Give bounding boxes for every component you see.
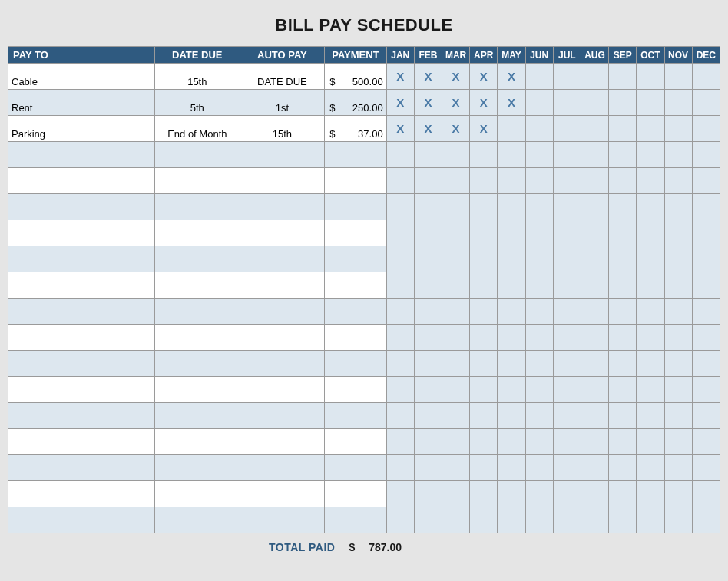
cell-month[interactable] — [609, 272, 637, 299]
cell-month[interactable] — [637, 194, 664, 220]
cell-datedue[interactable] — [155, 429, 240, 455]
cell-month[interactable] — [553, 64, 581, 90]
cell-month[interactable] — [498, 168, 525, 194]
cell-payto[interactable] — [8, 299, 155, 325]
cell-payto[interactable] — [8, 455, 155, 481]
cell-month[interactable] — [692, 403, 720, 429]
cell-month[interactable] — [581, 246, 608, 272]
cell-month[interactable] — [664, 64, 692, 90]
cell-month[interactable] — [470, 325, 498, 351]
cell-datedue[interactable]: 5th — [155, 90, 240, 116]
cell-month[interactable] — [581, 220, 608, 246]
cell-month[interactable] — [609, 507, 637, 533]
cell-month[interactable] — [637, 429, 664, 455]
cell-month[interactable] — [442, 272, 470, 299]
cell-month[interactable] — [692, 194, 720, 220]
cell-month[interactable] — [692, 429, 720, 455]
cell-month[interactable] — [581, 403, 608, 429]
cell-month[interactable] — [609, 220, 637, 246]
cell-month[interactable] — [664, 325, 692, 351]
cell-month[interactable] — [525, 507, 553, 533]
cell-datedue[interactable] — [155, 299, 240, 325]
cell-autopay[interactable] — [240, 507, 325, 533]
cell-payto[interactable] — [8, 481, 155, 507]
cell-month[interactable] — [386, 403, 414, 429]
cell-month[interactable] — [581, 194, 608, 220]
cell-autopay[interactable] — [240, 168, 325, 194]
cell-month[interactable] — [581, 325, 608, 351]
cell-month[interactable] — [692, 116, 720, 142]
cell-datedue[interactable] — [155, 168, 240, 194]
cell-month[interactable] — [525, 142, 553, 168]
cell-month[interactable] — [637, 351, 664, 377]
cell-month[interactable] — [664, 351, 692, 377]
cell-payto[interactable] — [8, 142, 155, 168]
cell-month[interactable] — [470, 403, 498, 429]
cell-month[interactable] — [414, 377, 442, 403]
cell-month[interactable] — [553, 325, 581, 351]
cell-month[interactable] — [525, 299, 553, 325]
cell-payment[interactable] — [325, 246, 386, 272]
cell-month[interactable]: X — [470, 116, 498, 142]
cell-month[interactable] — [498, 220, 525, 246]
cell-payto[interactable] — [8, 168, 155, 194]
cell-datedue[interactable] — [155, 455, 240, 481]
cell-datedue[interactable]: End of Month — [155, 116, 240, 142]
cell-month[interactable] — [525, 246, 553, 272]
cell-payto[interactable] — [8, 403, 155, 429]
cell-month[interactable] — [414, 403, 442, 429]
cell-month[interactable] — [609, 325, 637, 351]
cell-month[interactable] — [525, 455, 553, 481]
cell-month[interactable] — [637, 116, 664, 142]
cell-month[interactable] — [386, 507, 414, 533]
cell-month[interactable] — [525, 194, 553, 220]
cell-month[interactable] — [609, 455, 637, 481]
cell-month[interactable] — [609, 403, 637, 429]
cell-datedue[interactable] — [155, 272, 240, 299]
cell-month[interactable] — [414, 351, 442, 377]
cell-month[interactable] — [637, 299, 664, 325]
cell-month[interactable] — [664, 507, 692, 533]
cell-month[interactable] — [581, 299, 608, 325]
cell-datedue[interactable] — [155, 481, 240, 507]
cell-payto[interactable] — [8, 351, 155, 377]
cell-month[interactable] — [609, 142, 637, 168]
cell-month[interactable] — [470, 220, 498, 246]
cell-month[interactable]: X — [498, 64, 525, 90]
cell-month[interactable] — [414, 507, 442, 533]
cell-month[interactable] — [498, 194, 525, 220]
cell-month[interactable] — [414, 194, 442, 220]
cell-month[interactable] — [581, 64, 608, 90]
cell-month[interactable] — [581, 272, 608, 299]
cell-month[interactable] — [553, 455, 581, 481]
cell-month[interactable] — [664, 481, 692, 507]
cell-month[interactable] — [470, 272, 498, 299]
cell-month[interactable] — [470, 481, 498, 507]
cell-month[interactable] — [637, 455, 664, 481]
cell-month[interactable] — [553, 481, 581, 507]
cell-month[interactable] — [581, 142, 608, 168]
cell-payto[interactable]: Cable — [8, 64, 155, 90]
cell-payment[interactable] — [325, 481, 386, 507]
cell-month[interactable] — [442, 429, 470, 455]
cell-month[interactable] — [414, 455, 442, 481]
cell-month[interactable] — [637, 90, 664, 116]
cell-datedue[interactable] — [155, 325, 240, 351]
cell-month[interactable]: X — [442, 116, 470, 142]
cell-month[interactable] — [386, 168, 414, 194]
cell-month[interactable] — [498, 142, 525, 168]
cell-month[interactable] — [581, 507, 608, 533]
cell-month[interactable] — [637, 272, 664, 299]
cell-month[interactable] — [442, 325, 470, 351]
cell-month[interactable] — [414, 142, 442, 168]
cell-datedue[interactable] — [155, 246, 240, 272]
cell-month[interactable] — [525, 351, 553, 377]
cell-month[interactable] — [692, 220, 720, 246]
cell-datedue[interactable] — [155, 403, 240, 429]
cell-month[interactable] — [664, 377, 692, 403]
cell-month[interactable] — [553, 246, 581, 272]
cell-month[interactable] — [442, 220, 470, 246]
cell-month[interactable] — [414, 168, 442, 194]
cell-payment[interactable] — [325, 220, 386, 246]
cell-payto[interactable] — [8, 246, 155, 272]
